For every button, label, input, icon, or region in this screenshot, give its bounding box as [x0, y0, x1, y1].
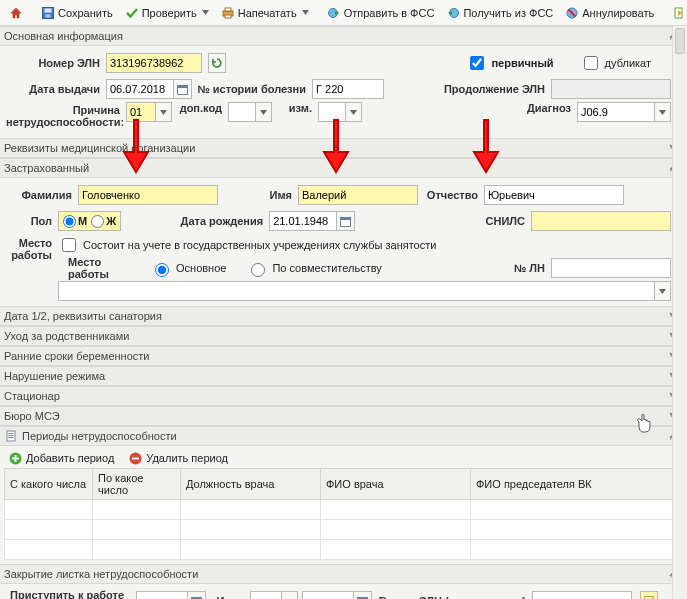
calendar-icon[interactable] — [337, 211, 355, 231]
section-violation[interactable]: Нарушение режима — [0, 366, 687, 386]
vertical-scrollbar[interactable] — [672, 26, 687, 599]
name-input[interactable] — [298, 185, 418, 205]
section-title: Основная информация — [4, 30, 123, 42]
gender-radio[interactable]: М Ж — [58, 211, 121, 231]
chevron-down-icon[interactable] — [655, 102, 671, 122]
annul-label: Аннулировать — [582, 7, 654, 19]
periods-table[interactable]: С какого числа По какое число Должность … — [4, 468, 683, 560]
check-icon — [125, 6, 139, 20]
surname-input[interactable] — [78, 185, 218, 205]
label-workplace-group: Место работы — [6, 234, 58, 261]
section-hospital[interactable]: Стационар — [0, 386, 687, 406]
addcode-input[interactable] — [228, 102, 256, 122]
eln-refresh-button[interactable] — [208, 53, 226, 73]
calendar-icon[interactable] — [354, 591, 372, 599]
svg-rect-5 — [225, 15, 231, 18]
send-fss-label: Отправить в ФСС — [344, 7, 435, 19]
scrollbar-thumb[interactable] — [675, 28, 685, 54]
label-history-no: № истории болезни — [192, 83, 312, 95]
section-title: Реквизиты медицинской организации — [4, 142, 195, 154]
get-fss-button[interactable]: Получить из ФСС — [441, 2, 558, 24]
col-from[interactable]: С какого числа — [5, 469, 93, 500]
annul-button[interactable]: Аннулировать — [560, 2, 659, 24]
other-date-input[interactable] — [302, 591, 354, 599]
chevron-down-icon — [302, 10, 309, 15]
section-org[interactable]: Реквизиты медицинской организации — [0, 138, 687, 158]
ln-no-input[interactable] — [551, 258, 671, 278]
employment-state-checkbox-input[interactable] — [62, 238, 76, 252]
section-title: Уход за родственниками — [4, 330, 129, 342]
start-work-input[interactable] — [136, 591, 188, 599]
section-title: Нарушение режима — [4, 370, 105, 382]
check-label: Проверить — [142, 7, 197, 19]
issue-continuation-button[interactable]: Выдать ЭЛН-продолжение — [667, 2, 687, 24]
calendar-icon[interactable] — [188, 591, 206, 599]
primary-checkbox[interactable]: первичный — [466, 53, 553, 73]
duplicate-checkbox-input[interactable] — [584, 56, 598, 70]
issue-date-input[interactable] — [106, 79, 174, 99]
duplicate-checkbox[interactable]: дубликат — [580, 53, 651, 73]
workplace-select[interactable] — [58, 281, 655, 301]
col-chair[interactable]: ФИО председателя ВК — [471, 469, 683, 500]
patronymic-input[interactable] — [484, 185, 624, 205]
snils-input[interactable] — [531, 211, 671, 231]
section-close[interactable]: Закрытие листка нетрудоспособности — [0, 564, 687, 584]
issued-eln-input[interactable] — [532, 591, 632, 599]
section-date12[interactable]: Дата 1/2, реквизиты санатория — [0, 306, 687, 326]
label-gender: Пол — [6, 215, 58, 227]
close-body: Приступить к работе с Иное Выдан ЭЛН (пр… — [0, 584, 687, 599]
plus-icon — [8, 451, 22, 465]
section-mse[interactable]: Бюро МСЭ — [0, 406, 687, 426]
calendar-icon[interactable] — [174, 79, 192, 99]
send-fss-button[interactable]: Отправить в ФСС — [322, 2, 440, 24]
issued-eln-action-button[interactable] — [640, 591, 658, 599]
main-info-body: Номер ЭЛН первичный дубликат Дата выдачи… — [0, 46, 687, 138]
svg-rect-14 — [341, 217, 351, 220]
col-doc-pos[interactable]: Должность врача — [181, 469, 321, 500]
primary-checkbox-input[interactable] — [470, 56, 484, 70]
part-job-radio[interactable]: По совместительству — [246, 260, 381, 277]
section-title: Застрахованный — [4, 162, 89, 174]
label-patronymic: Отчество — [418, 189, 484, 201]
section-title: Стационар — [4, 390, 60, 402]
section-insured[interactable]: Застрахованный — [0, 158, 687, 178]
col-doc-name[interactable]: ФИО врача — [321, 469, 471, 500]
add-period-button[interactable]: Добавить период — [4, 448, 118, 468]
chevron-down-icon[interactable] — [256, 102, 272, 122]
delete-period-button[interactable]: Удалить период — [124, 448, 232, 468]
gender-f-radio[interactable] — [91, 215, 104, 228]
table-row[interactable] — [5, 540, 683, 560]
chevron-down-icon[interactable] — [282, 591, 298, 599]
save-button[interactable]: Сохранить — [36, 2, 118, 24]
gender-m-radio[interactable] — [63, 215, 76, 228]
svg-rect-4 — [225, 8, 231, 11]
svg-rect-1 — [45, 8, 52, 12]
main-job-radio[interactable]: Основное — [150, 260, 226, 277]
chevron-down-icon[interactable] — [346, 102, 362, 122]
diag-input[interactable] — [577, 102, 655, 122]
employment-state-checkbox[interactable]: Состоит на учете в государственных учреж… — [58, 235, 436, 255]
insured-body: Фамилия Имя Отчество Пол М Ж Дата рожден… — [0, 178, 687, 306]
reason-input[interactable] — [126, 102, 156, 122]
section-main-info[interactable]: Основная информация — [0, 26, 687, 46]
chevron-down-icon[interactable] — [655, 281, 671, 301]
section-title: Ранние сроки беременности — [4, 350, 149, 362]
table-row[interactable] — [5, 500, 683, 520]
print-button[interactable]: Напечатать — [216, 2, 314, 24]
check-button[interactable]: Проверить — [120, 2, 214, 24]
globe-arrow-left-icon — [446, 6, 460, 20]
section-care[interactable]: Уход за родственниками — [0, 326, 687, 346]
eln-no-input[interactable] — [106, 53, 202, 73]
section-periods[interactable]: Периоды нетрудоспособности — [0, 426, 687, 446]
section-title: Бюро МСЭ — [4, 410, 60, 422]
history-no-input[interactable] — [312, 79, 384, 99]
chevron-down-icon[interactable] — [156, 102, 172, 122]
label-start-work: Приступить к работе с — [6, 589, 136, 599]
section-preg[interactable]: Ранние сроки беременности — [0, 346, 687, 366]
col-to[interactable]: По какое число — [93, 469, 181, 500]
home-button[interactable] — [4, 2, 28, 24]
table-row[interactable] — [5, 520, 683, 540]
chg-input[interactable] — [318, 102, 346, 122]
birth-input[interactable] — [269, 211, 337, 231]
other-input[interactable] — [250, 591, 282, 599]
